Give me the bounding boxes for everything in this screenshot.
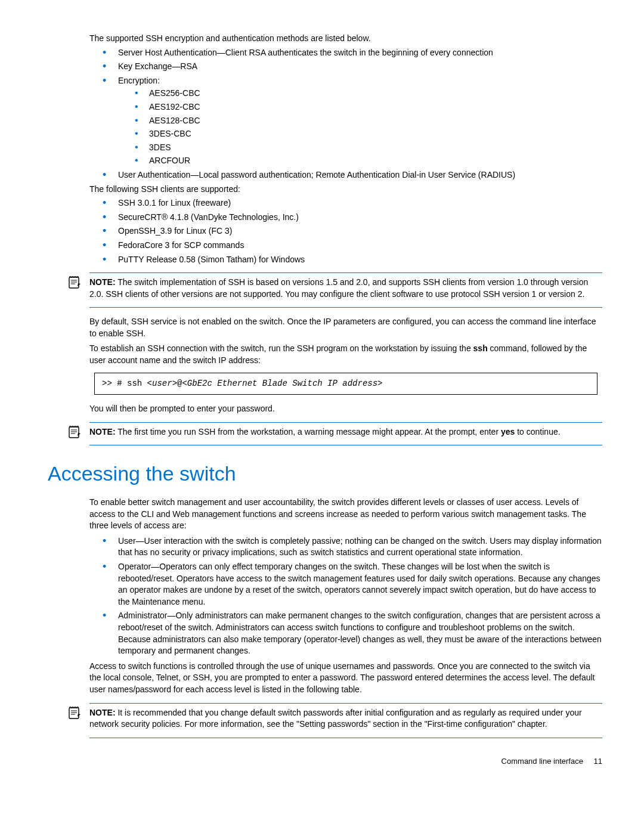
list-item: User—User interaction with the switch is… [101,535,602,559]
paragraph: To establish an SSH connection with the … [89,343,602,366]
list-item: Key Exchange—RSA [101,61,602,73]
page-content: The supported SSH encryption and authent… [24,33,620,445]
note-block: NOTE: The switch implementation of SSH i… [89,272,602,308]
svg-rect-8 [69,708,79,719]
bold-text: ssh [473,343,488,353]
encryption-list: AES256-CBC AES192-CBC AES128-CBC 3DES-CB… [118,88,602,167]
list-item: Operator—Operators can only effect tempo… [101,561,602,608]
note-body: The first time you run SSH from the work… [116,427,501,436]
note-label: NOTE: [89,427,116,436]
bold-text: yes [501,427,515,436]
page-footer: Command line interface 11 [24,756,620,767]
section-heading: Accessing the switch [24,460,620,488]
list-item: OpenSSH_3.9 for Linux (FC 3) [101,225,602,237]
paragraph: Access to switch functions is controlled… [89,661,602,696]
note-body: to continue. [515,427,560,436]
note-body: It is recommended that you change defaul… [89,708,582,729]
list-item: User Authentication—Local password authe… [101,169,602,181]
code-block: >> # ssh <user>@<GbE2c Ethernet Blade Sw… [94,373,597,395]
list-item: SecureCRT® 4.1.8 (VanDyke Technologies, … [101,212,602,224]
page-content: To enable better switch management and u… [24,497,620,738]
paragraph: To enable better switch management and u… [89,497,602,532]
note-icon [67,706,81,719]
code-text: > [377,379,382,388]
list-item: 3DES-CBC [135,128,602,140]
note-text: NOTE: It is recommended that you change … [89,707,602,730]
code-italic: user [152,379,172,388]
note-text: NOTE: The switch implementation of SSH i… [89,277,602,300]
access-levels-list: User—User interaction with the switch is… [89,535,602,657]
list-item: Server Host Authentication—Client RSA au… [101,47,602,59]
list-item: SSH 3.0.1 for Linux (freeware) [101,197,602,209]
paragraph: By default, SSH service is not enabled o… [89,316,602,339]
note-block: NOTE: The first time you run SSH from th… [89,422,602,446]
note-text: NOTE: The first time you run SSH from th… [89,426,602,438]
list-item: 3DES [135,142,602,154]
note-label: NOTE: [89,277,116,287]
svg-rect-4 [69,427,79,438]
intro-paragraph: The supported SSH encryption and authent… [89,33,602,45]
list-item: FedoraCore 3 for SCP commands [101,240,602,252]
methods-list: Server Host Authentication—Client RSA au… [89,47,602,181]
footer-section: Command line interface [501,757,583,766]
code-text: >@< [172,379,187,388]
note-label: NOTE: [89,708,116,717]
list-item: AES128-CBC [135,115,602,127]
list-item: AES192-CBC [135,101,602,113]
code-text: >> # ssh < [102,379,152,388]
list-item: ARCFOUR [135,155,602,167]
page-number: 11 [594,757,602,766]
clients-intro: The following SSH clients are supported: [89,184,602,196]
clients-list: SSH 3.0.1 for Linux (freeware) SecureCRT… [89,197,602,265]
code-italic: GbE2c Ethernet Blade Switch IP address [187,379,377,388]
note-icon [67,425,81,438]
note-icon [67,275,81,289]
list-item: Encryption: AES256-CBC AES192-CBC AES128… [101,75,602,167]
svg-rect-0 [69,277,79,288]
paragraph: You will then be prompted to enter your … [89,403,602,415]
list-item: AES256-CBC [135,88,602,100]
text-run: To establish an SSH connection with the … [89,343,473,353]
list-item: PuTTY Release 0.58 (Simon Tatham) for Wi… [101,254,602,266]
encryption-label: Encryption: [118,76,160,85]
note-body: The switch implementation of SSH is base… [89,277,588,299]
list-item: Administrator—Only administrators can ma… [101,610,602,657]
note-block: NOTE: It is recommended that you change … [89,703,602,738]
